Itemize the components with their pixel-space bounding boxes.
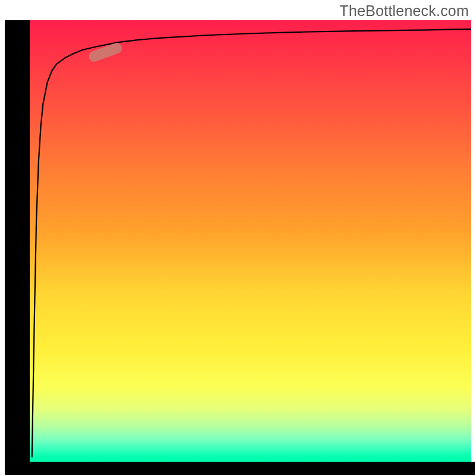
watermark-text: TheBottleneck.com (340, 2, 469, 20)
gradient-plot-area (30, 20, 471, 462)
chart-stage: TheBottleneck.com (0, 0, 476, 476)
y-axis (5, 20, 30, 471)
x-axis (5, 462, 475, 475)
